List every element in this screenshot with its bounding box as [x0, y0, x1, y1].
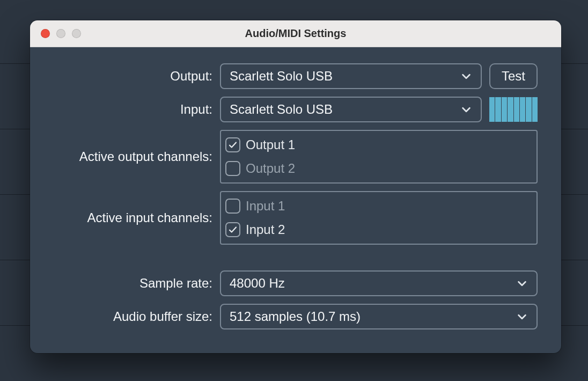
active-output-label: Active output channels: — [46, 149, 212, 164]
buffer-size-row: Audio buffer size: 512 samples (10.7 ms) — [46, 304, 538, 329]
sample-rate-select[interactable]: 48000 Hz — [220, 270, 538, 296]
input-row: Input: Scarlett Solo USB — [46, 97, 538, 122]
active-input-row: Active input channels: Input 1Input 2 — [46, 191, 538, 245]
meter-segment — [514, 97, 519, 122]
chevron-down-icon — [516, 311, 528, 323]
window-controls — [30, 29, 81, 38]
output-channel-checkbox[interactable] — [225, 137, 240, 152]
input-label: Input: — [46, 97, 212, 122]
active-input-label: Active input channels: — [46, 210, 212, 225]
output-channel-checkbox[interactable] — [225, 161, 240, 176]
input-channels-box: Input 1Input 2 — [220, 191, 538, 245]
meter-segment — [502, 97, 507, 122]
input-channel-item: Input 1 — [224, 195, 533, 217]
input-channel-item: Input 2 — [224, 219, 533, 240]
sample-rate-label: Sample rate: — [46, 270, 212, 296]
buffer-size-label: Audio buffer size: — [46, 304, 212, 329]
output-channel-label: Output 1 — [246, 137, 295, 152]
meter-segment — [508, 97, 513, 122]
meter-segment — [489, 97, 495, 122]
close-icon[interactable] — [41, 29, 50, 38]
spacer — [46, 252, 538, 263]
active-output-row: Active output channels: Output 1Output 2 — [46, 130, 538, 184]
output-channel-item: Output 2 — [224, 158, 533, 179]
zoom-icon[interactable] — [72, 29, 81, 38]
sample-rate-value: 48000 Hz — [230, 276, 516, 291]
buffer-size-select[interactable]: 512 samples (10.7 ms) — [220, 304, 538, 329]
input-level-meter — [489, 97, 538, 122]
input-channel-checkbox[interactable] — [225, 222, 240, 237]
meter-segment — [520, 97, 525, 122]
output-row: Output: Scarlett Solo USB Test — [46, 63, 538, 89]
buffer-size-value: 512 samples (10.7 ms) — [230, 309, 516, 324]
settings-window: Audio/MIDI Settings Output: Scarlett Sol… — [30, 20, 561, 353]
minimize-icon[interactable] — [56, 29, 65, 38]
window-title: Audio/MIDI Settings — [30, 27, 561, 40]
input-device-value: Scarlett Solo USB — [230, 102, 460, 117]
output-channel-item: Output 1 — [224, 134, 533, 156]
output-device-value: Scarlett Solo USB — [230, 69, 460, 84]
meter-segment — [526, 97, 531, 122]
output-device-select[interactable]: Scarlett Solo USB — [220, 63, 482, 89]
chevron-down-icon — [460, 104, 472, 115]
test-button-label: Test — [502, 69, 525, 84]
settings-content: Output: Scarlett Solo USB Test Input: Sc… — [30, 47, 561, 346]
chevron-down-icon — [516, 277, 528, 289]
meter-segment — [532, 97, 538, 122]
input-device-select[interactable]: Scarlett Solo USB — [220, 97, 482, 122]
input-channel-checkbox[interactable] — [225, 199, 240, 214]
input-channel-label: Input 2 — [246, 222, 285, 237]
output-channel-label: Output 2 — [246, 161, 295, 176]
test-button[interactable]: Test — [489, 63, 538, 89]
titlebar: Audio/MIDI Settings — [30, 20, 561, 47]
output-channels-box: Output 1Output 2 — [220, 130, 538, 184]
chevron-down-icon — [460, 70, 472, 82]
input-channel-label: Input 1 — [246, 199, 285, 214]
output-label: Output: — [46, 63, 212, 89]
meter-segment — [495, 97, 501, 122]
sample-rate-row: Sample rate: 48000 Hz — [46, 270, 538, 296]
